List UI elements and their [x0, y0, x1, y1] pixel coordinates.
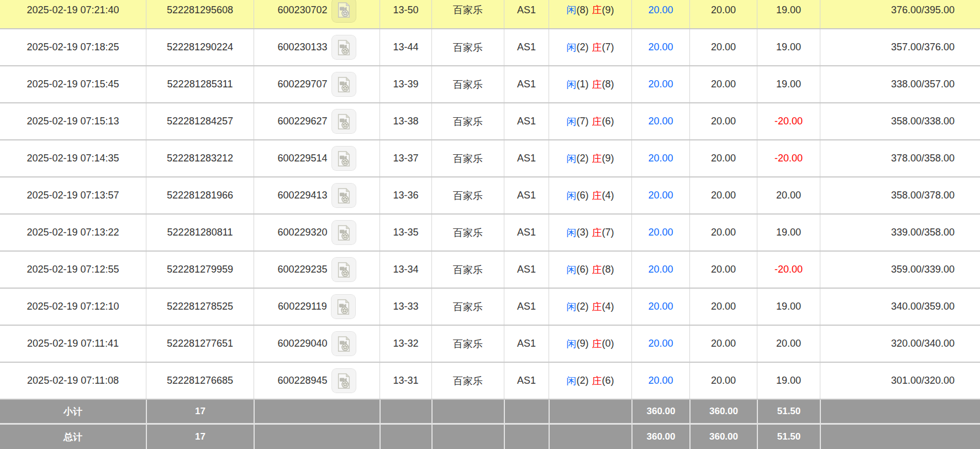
- player-score: (1): [577, 79, 589, 90]
- banker-label: 庄: [592, 115, 602, 128]
- subtotal-valid-total: 360.00: [689, 400, 757, 423]
- win-loss: 20.00: [757, 326, 820, 362]
- video-replay-button[interactable]: [331, 183, 356, 208]
- room-code: AS1: [504, 363, 549, 399]
- bet-amount: 20.00: [631, 363, 689, 399]
- valid-amount: 20.00: [689, 326, 757, 362]
- game-name: 百家乐: [431, 0, 504, 28]
- round-id: 600229514: [277, 153, 327, 164]
- subtotal-empty: [431, 400, 504, 423]
- banker-label: 庄: [592, 263, 602, 276]
- room-code: AS1: [504, 215, 549, 250]
- video-replay-button[interactable]: [331, 294, 356, 319]
- round-id-cell: 600229514: [254, 140, 380, 176]
- balance: 338.00/357.00: [820, 66, 980, 102]
- total-empty: [504, 425, 549, 449]
- total-winloss-total: 51.50: [757, 425, 820, 449]
- bet-time: 2025-02-19 07:13:57: [0, 177, 146, 213]
- game-result: 闲(6)庄(8): [549, 252, 631, 288]
- player-label: 闲: [567, 189, 577, 202]
- subtotal-empty: [820, 400, 980, 423]
- round-id: 600229707: [277, 79, 327, 90]
- bet-amount: 20.00: [631, 0, 689, 28]
- bet-time: 2025-02-19 07:14:35: [0, 140, 146, 176]
- game-name: 百家乐: [431, 29, 504, 65]
- video-document-icon: [335, 336, 352, 352]
- video-replay-button[interactable]: [331, 109, 356, 134]
- round-id-cell: 600229040: [254, 326, 380, 362]
- video-replay-button[interactable]: [331, 0, 356, 23]
- banker-label: 庄: [592, 3, 602, 17]
- bet-rows: 2025-02-19 07:21:40 522281295608 6002307…: [0, 0, 980, 399]
- room-code: AS1: [504, 0, 549, 28]
- valid-amount: 20.00: [689, 363, 757, 399]
- player-score: (3): [577, 227, 589, 238]
- total-empty: [380, 425, 431, 449]
- bet-time: 2025-02-19 07:15:13: [0, 103, 146, 139]
- bet-id: 522281281966: [146, 177, 254, 213]
- valid-amount: 20.00: [689, 252, 757, 288]
- video-replay-button[interactable]: [331, 368, 356, 393]
- video-document-icon: [335, 299, 351, 315]
- round-id: 600229320: [277, 227, 327, 238]
- video-replay-button[interactable]: [331, 257, 356, 282]
- room-code: AS1: [504, 177, 549, 213]
- table-row: 2025-02-19 07:14:35 522281283212 6002295…: [0, 139, 980, 176]
- table-round: 13-32: [380, 326, 431, 362]
- table-row: 2025-02-19 07:11:08 522281276685 6002289…: [0, 362, 980, 399]
- balance: 359.00/339.00: [820, 252, 980, 288]
- video-replay-button[interactable]: [331, 146, 356, 171]
- banker-score: (4): [602, 301, 614, 312]
- win-loss: 19.00: [757, 289, 820, 325]
- table-row: 2025-02-19 07:12:55 522281279959 6002292…: [0, 250, 980, 288]
- table-round: 13-50: [380, 0, 431, 28]
- table-round: 13-35: [380, 215, 431, 250]
- round-id: 600228945: [277, 375, 327, 387]
- table-row: 2025-02-19 07:13:22 522281280811 6002293…: [0, 213, 980, 250]
- player-label: 闲: [567, 374, 577, 388]
- bet-amount: 20.00: [631, 29, 689, 65]
- video-replay-button[interactable]: [331, 331, 356, 356]
- game-name: 百家乐: [431, 289, 504, 325]
- subtotal-bet-total: 360.00: [631, 400, 689, 423]
- bet-history-table: 2025-02-19 07:21:40 522281295608 6002307…: [0, 0, 980, 449]
- bet-id: 522281284257: [146, 103, 254, 139]
- player-score: (2): [577, 301, 589, 312]
- video-document-icon: [335, 2, 352, 18]
- video-replay-button[interactable]: [331, 72, 356, 97]
- video-document-icon: [335, 76, 352, 93]
- win-loss: 19.00: [757, 215, 820, 250]
- video-document-icon: [335, 113, 352, 130]
- banker-score: (7): [602, 227, 614, 238]
- table-row: 2025-02-19 07:13:57 522281281966 6002294…: [0, 176, 980, 213]
- video-document-icon: [335, 39, 352, 56]
- round-id: 600230133: [277, 41, 327, 53]
- player-score: (2): [577, 41, 589, 53]
- table-row: 2025-02-19 07:21:40 522281295608 6002307…: [0, 0, 980, 28]
- banker-score: (8): [602, 264, 614, 275]
- win-loss: -20.00: [757, 140, 820, 176]
- table-round: 13-37: [380, 140, 431, 176]
- bet-time: 2025-02-19 07:11:41: [0, 326, 146, 362]
- player-label: 闲: [567, 300, 577, 314]
- valid-amount: 20.00: [689, 215, 757, 250]
- room-code: AS1: [504, 289, 549, 325]
- round-id: 600229235: [277, 264, 327, 275]
- video-replay-button[interactable]: [331, 220, 356, 245]
- grand-total-row: 总计 17 360.00 360.00 51.50: [0, 423, 980, 449]
- table-round: 13-34: [380, 252, 431, 288]
- player-label: 闲: [567, 226, 577, 239]
- bet-id: 522281280811: [146, 215, 254, 250]
- bet-amount: 20.00: [631, 103, 689, 139]
- balance: 358.00/378.00: [820, 177, 980, 213]
- round-id-cell: 600229320: [254, 215, 380, 250]
- video-replay-button[interactable]: [331, 35, 356, 60]
- round-id-cell: 600230133: [254, 29, 380, 65]
- total-bet-total: 360.00: [631, 425, 689, 449]
- bet-time: 2025-02-19 07:11:08: [0, 363, 146, 399]
- round-id-cell: 600229235: [254, 252, 380, 288]
- win-loss: 19.00: [757, 363, 820, 399]
- bet-time: 2025-02-19 07:12:55: [0, 252, 146, 288]
- bet-id: 522281285311: [146, 66, 254, 102]
- player-score: (7): [577, 116, 589, 127]
